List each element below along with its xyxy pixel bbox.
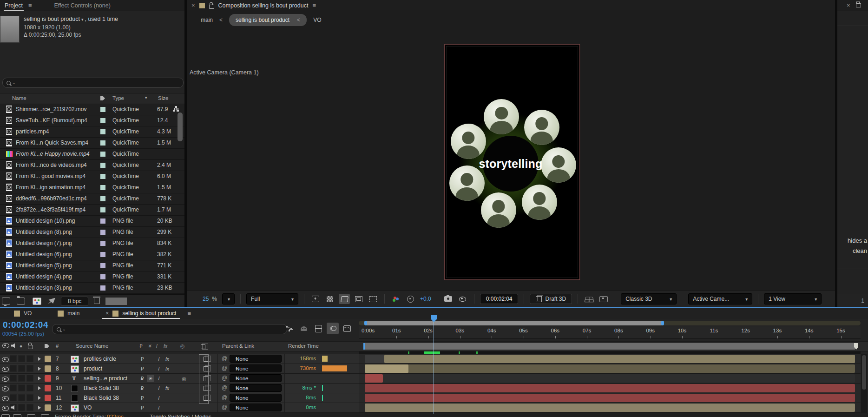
3d-layer-toggle[interactable] bbox=[200, 394, 207, 402]
layer-label-color[interactable] bbox=[45, 385, 51, 391]
navigator-visible-range[interactable] bbox=[365, 321, 664, 325]
label-color-chip[interactable] bbox=[100, 230, 105, 235]
layer-visibility-toggle[interactable] bbox=[2, 386, 9, 391]
layer-lock-cell[interactable] bbox=[26, 404, 33, 411]
interpret-footage-icon[interactable] bbox=[2, 298, 10, 304]
render-time-toggle-button[interactable] bbox=[41, 414, 49, 417]
motion-blur-toggle[interactable]: ◎ bbox=[180, 375, 188, 382]
pickwhip-icon[interactable]: @ bbox=[222, 375, 227, 381]
tab-project[interactable]: Project bbox=[4, 1, 24, 10]
layer-bar-segment[interactable] bbox=[365, 404, 855, 412]
label-color-chip[interactable] bbox=[100, 207, 105, 212]
view-layout-dropdown[interactable]: 1 View▾ bbox=[764, 293, 822, 304]
panel-menu-icon[interactable]: ≡ bbox=[28, 2, 32, 9]
preview-timecode[interactable]: 0:00:02:04 bbox=[480, 294, 519, 304]
timeline-tab[interactable]: × selling is bout product bbox=[101, 308, 181, 318]
project-file-row[interactable]: From Kl...nco de videos.mp4 QuickTime 2.… bbox=[0, 160, 184, 171]
motion-blur-column-icon[interactable]: ◎ bbox=[180, 343, 184, 349]
layer-name[interactable]: VO bbox=[84, 404, 92, 411]
layer-track-row[interactable] bbox=[359, 374, 861, 384]
3d-layer-toggle[interactable] bbox=[200, 355, 207, 363]
label-color-chip[interactable] bbox=[100, 196, 105, 201]
project-file-row[interactable]: Untitled design (3).png PNG file 23 KB bbox=[0, 283, 184, 294]
layer-bar-segment[interactable] bbox=[365, 374, 855, 383]
layer-number-column[interactable]: # bbox=[56, 343, 59, 349]
expand-layer-switches-button[interactable] bbox=[1, 414, 10, 417]
column-header-name[interactable]: Name bbox=[12, 95, 26, 101]
layer-row[interactable]: 12 T VO ₽ ☀ / fx ◎ @ None▾ 0ms bbox=[0, 403, 359, 413]
project-file-row[interactable]: From Kl...ign animation.mp4 QuickTime 1.… bbox=[0, 182, 184, 193]
layer-solo-cell[interactable] bbox=[18, 384, 25, 391]
expand-in-out-button[interactable] bbox=[27, 414, 35, 417]
draft-3d-button[interactable]: Draft 3D bbox=[530, 294, 572, 304]
composition-frame[interactable]: storytelling bbox=[444, 44, 580, 280]
project-file-row[interactable]: SaveTub...KE (Burnout).mp4 QuickTime 12.… bbox=[0, 115, 184, 126]
layer-visibility-toggle[interactable] bbox=[2, 406, 9, 411]
quality-toggle[interactable]: / bbox=[155, 384, 163, 392]
project-file-row[interactable]: Untitled design (6).png PNG file 382 K bbox=[0, 249, 184, 260]
motion-blur-button[interactable] bbox=[327, 323, 339, 334]
quality-toggle[interactable]: / bbox=[155, 365, 163, 372]
layer-lock-cell[interactable] bbox=[26, 375, 33, 382]
work-area-start-handle[interactable] bbox=[363, 343, 365, 350]
effects-toggle[interactable]: fx bbox=[164, 365, 171, 372]
project-file-row[interactable]: Untitled design (5).png PNG file 771 K bbox=[0, 260, 184, 271]
render-time-column[interactable]: Render Time bbox=[288, 343, 319, 349]
layer-lock-cell[interactable] bbox=[26, 384, 33, 391]
parent-link-column[interactable]: Parent & Link bbox=[222, 343, 254, 349]
color-depth-button[interactable]: 8 bpc bbox=[61, 297, 88, 306]
channel-button[interactable] bbox=[390, 294, 401, 304]
layer-bar-segment[interactable] bbox=[365, 355, 384, 363]
3d-ground-plane-button[interactable] bbox=[584, 294, 595, 304]
project-search-input[interactable]: ⌄ bbox=[2, 78, 184, 88]
layer-label-color[interactable] bbox=[45, 356, 51, 362]
layer-visibility-toggle[interactable] bbox=[2, 357, 9, 362]
layer-name[interactable]: selling...e product bbox=[84, 375, 127, 382]
scrollbar-thumb[interactable] bbox=[862, 355, 866, 390]
project-file-row[interactable]: From Kl... good movies.mp4 QuickTime 6.0… bbox=[0, 171, 184, 182]
layer-label-color[interactable] bbox=[45, 365, 51, 372]
camera-view-dropdown[interactable]: Active Came...▾ bbox=[688, 293, 752, 304]
shy-toggle[interactable]: ₽ bbox=[138, 355, 146, 363]
lock-column-icon[interactable] bbox=[28, 345, 33, 349]
layer-lock-cell[interactable] bbox=[26, 365, 33, 372]
pickwhip-icon[interactable]: @ bbox=[222, 404, 227, 410]
close-tab-icon[interactable]: × bbox=[105, 310, 109, 317]
new-folder-icon[interactable] bbox=[17, 298, 25, 304]
snapshot-button[interactable] bbox=[443, 294, 454, 304]
tab-effect-controls[interactable]: Effect Controls (none) bbox=[53, 1, 112, 10]
layer-visibility-toggle[interactable] bbox=[2, 396, 9, 401]
3d-layer-toggle[interactable] bbox=[200, 365, 207, 372]
layer-row[interactable]: 10 T Black Solid 38 ₽ ☀ / fx ◎ @ None▾ 8… bbox=[0, 384, 359, 393]
label-color-chip[interactable] bbox=[100, 129, 105, 134]
time-navigator[interactable] bbox=[359, 321, 861, 325]
effects-toggle[interactable]: fx bbox=[164, 355, 171, 363]
magnification-value[interactable]: 25 bbox=[203, 296, 209, 302]
source-name-column[interactable]: Source Name bbox=[76, 343, 108, 349]
shy-toggle[interactable]: ₽ bbox=[138, 404, 146, 411]
layer-audio-cell[interactable] bbox=[10, 384, 17, 391]
project-file-row[interactable]: Shimmer...rce_2119702.mov QuickTime 67.9 bbox=[0, 104, 184, 115]
close-tab-icon[interactable]: × bbox=[847, 2, 850, 9]
project-file-row[interactable]: particles.mp4 QuickTime 4.3 M bbox=[0, 126, 184, 138]
navigator-start-handle[interactable] bbox=[364, 321, 367, 325]
layer-audio-cell[interactable] bbox=[10, 365, 17, 372]
frame-blending-button[interactable] bbox=[312, 323, 324, 334]
expand-transfer-controls-button[interactable] bbox=[13, 414, 21, 417]
project-file-row[interactable]: From Kl...e Happy movie.mp4 QuickTime bbox=[0, 149, 184, 160]
label-column-icon[interactable] bbox=[45, 344, 49, 348]
layer-bar-segment[interactable] bbox=[365, 394, 855, 402]
project-file-row[interactable]: Untitled design (4).png PNG file 331 K bbox=[0, 271, 184, 283]
3d-layer-toggle[interactable] bbox=[200, 384, 207, 392]
exposure-value[interactable]: +0.0 bbox=[420, 296, 431, 302]
layer-lock-cell[interactable] bbox=[26, 355, 33, 362]
layer-name[interactable]: Black Solid 38 bbox=[84, 395, 119, 401]
pixel-aspect-button[interactable] bbox=[368, 294, 379, 304]
layer-track-row[interactable] bbox=[359, 354, 861, 364]
transparency-grid-button[interactable] bbox=[324, 294, 335, 304]
delete-icon[interactable] bbox=[94, 298, 100, 304]
layer-label-color[interactable] bbox=[45, 375, 51, 382]
label-column-icon[interactable] bbox=[100, 96, 105, 100]
project-file-row[interactable]: From Kl...n Quick Saves.mp4 QuickTime 1.… bbox=[0, 138, 184, 149]
video-column-icon[interactable] bbox=[2, 343, 9, 348]
